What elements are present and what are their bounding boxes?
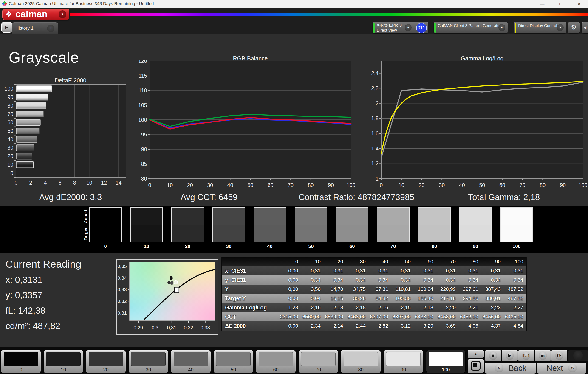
pattern-chip [344, 352, 378, 366]
table-row-y: Y0,003,5014,7034,7567,31110,81160,24220,… [222, 285, 526, 294]
tab-history-1[interactable]: History 1 + [12, 22, 58, 34]
svg-text:2: 2 [376, 100, 378, 106]
continuous-read-button[interactable]: ∞ [535, 350, 551, 361]
current-reading-y: y: 0,3357 [6, 290, 42, 300]
swatch-target [377, 225, 409, 242]
close-button[interactable]: × [574, 1, 584, 7]
pattern-level-button-0[interactable]: 0 [1, 350, 41, 373]
swatch-target [336, 225, 368, 242]
swatch-level-label: 100 [500, 244, 533, 249]
table-cell: 6452,00 [459, 312, 482, 321]
calman-menu-button[interactable]: ❖ calman ▼ [2, 9, 69, 20]
grayscale-swatch-10 [130, 207, 163, 242]
pattern-window-button[interactable] [468, 359, 484, 373]
meter-reading-badge: 719 [416, 23, 427, 33]
table-header-cell: 40 [369, 257, 391, 266]
play-button[interactable]: ▶ [502, 350, 518, 361]
svg-text:10: 10 [399, 182, 404, 188]
grayscale-swatch-20 [171, 207, 204, 242]
expand-panel-button[interactable]: ▶ [1, 22, 12, 33]
tab-label: History 1 [15, 25, 33, 31]
current-reading-cdm2: cd/m²: 487,82 [6, 321, 60, 331]
svg-text:2,2: 2,2 [371, 85, 378, 91]
svg-text:0: 0 [15, 180, 18, 186]
svg-text:70: 70 [520, 182, 525, 188]
table-cell: 2,20 [436, 303, 459, 312]
pattern-level-button-80[interactable]: 80 [341, 350, 381, 373]
pattern-level-button-70[interactable]: 70 [299, 350, 338, 373]
pattern-level-button-40[interactable]: 40 [171, 350, 211, 373]
chevrons-right-icon: » [568, 364, 577, 372]
pattern-chip [301, 352, 336, 366]
back-label: Back [509, 363, 526, 372]
svg-text:80: 80 [540, 182, 546, 188]
meter-dropdown[interactable]: X-Rite i1Pro 3 Direct View ▼ 719 [373, 22, 428, 33]
chevrons-left-icon: « [495, 364, 504, 372]
table-cell: 6435,00 [504, 312, 526, 321]
pattern-level-button-30[interactable]: 30 [129, 350, 168, 373]
table-row--e-2000: ΔE 20000,002,342,142,442,823,123,293,694… [222, 321, 526, 331]
table-cell: 387,43 [482, 285, 504, 294]
pattern-level-label: 10 [44, 367, 83, 372]
table-cell: 0,34 [482, 276, 504, 285]
table-cell: 217,18 [436, 294, 459, 303]
table-header-cell: 80 [459, 257, 482, 266]
swatch-level-label: 10 [130, 244, 163, 249]
table-cell: 2,14 [324, 321, 346, 331]
table-header-cell: 90 [482, 257, 504, 266]
pattern-size-button[interactable]: [↔] [518, 350, 534, 361]
pattern-generator-dropdown[interactable]: CalMAN Client 3 Pattern Generator ▼ [434, 22, 508, 33]
svg-text:0,35: 0,35 [117, 264, 127, 269]
display-control-dropdown[interactable]: Direct Display Control ▼ [514, 22, 566, 33]
row-label: Gamma Log/Log [222, 303, 279, 312]
table-cell: 0,00 [279, 266, 301, 276]
table-cell: 0,00 [279, 276, 301, 285]
table-header-cell: 50 [391, 257, 414, 266]
minimize-button[interactable]: — [537, 1, 547, 7]
pattern-level-button-50[interactable]: 50 [214, 350, 253, 373]
grayscale-swatch-50 [295, 207, 327, 242]
next-button[interactable]: Next » [537, 363, 586, 374]
add-tab-button[interactable]: + [47, 25, 54, 32]
window-up-button[interactable]: ▲ [468, 350, 484, 358]
pattern-level-button-10[interactable]: 10 [44, 350, 83, 373]
swatch-level-label: 80 [418, 244, 451, 249]
table-header-cell: 70 [436, 257, 459, 266]
pattern-level-button-90[interactable]: 90 [384, 350, 423, 373]
pattern-level-button-100[interactable]: 100 [426, 350, 466, 373]
table-cell: 2,15 [391, 303, 414, 312]
svg-text:1,6: 1,6 [371, 130, 378, 137]
stat-contrast-ratio: Contrast Ratio: 487824773985 [299, 192, 414, 202]
table-cell: 6397,00 [369, 312, 391, 321]
calman-logo-icon: ❖ [5, 10, 12, 19]
swatch-target [460, 225, 491, 242]
svg-text:60: 60 [499, 182, 505, 188]
pattern-level-button-20[interactable]: 20 [86, 350, 126, 373]
svg-text:115: 115 [138, 73, 147, 79]
table-cell: 3,50 [301, 285, 324, 294]
current-reading-title: Current Reading [6, 258, 81, 270]
pattern-level-label: 100 [426, 367, 466, 372]
restore-button[interactable]: □ [555, 1, 566, 7]
swatch-level-label: 0 [89, 244, 122, 249]
pattern-chip [131, 352, 166, 366]
pattern-generator-label: CalMAN Client 3 Pattern Generator [438, 23, 501, 29]
table-cell: 0,34 [436, 276, 459, 285]
settings-button[interactable]: ⚙ [568, 22, 580, 33]
svg-text:90: 90 [560, 182, 566, 188]
svg-text:80: 80 [141, 176, 147, 182]
sync-button[interactable]: ⟳ [551, 350, 567, 361]
svg-text:40: 40 [459, 182, 465, 188]
swatch-level-label: 90 [459, 244, 492, 249]
disabled-slot [568, 350, 588, 361]
collapse-toolbar-button[interactable]: ◀ [582, 22, 588, 33]
back-button[interactable]: « Back [485, 363, 536, 374]
swatch-level-label: 30 [212, 244, 246, 249]
stop-button[interactable]: ■ [485, 350, 501, 361]
pattern-level-button-60[interactable]: 60 [256, 350, 296, 373]
table-cell: 6456,00 [482, 312, 504, 321]
table-cell: 34,75 [346, 285, 369, 294]
swatch-actual [419, 208, 450, 225]
svg-text:60: 60 [268, 182, 273, 188]
rainbow-divider [70, 13, 588, 16]
